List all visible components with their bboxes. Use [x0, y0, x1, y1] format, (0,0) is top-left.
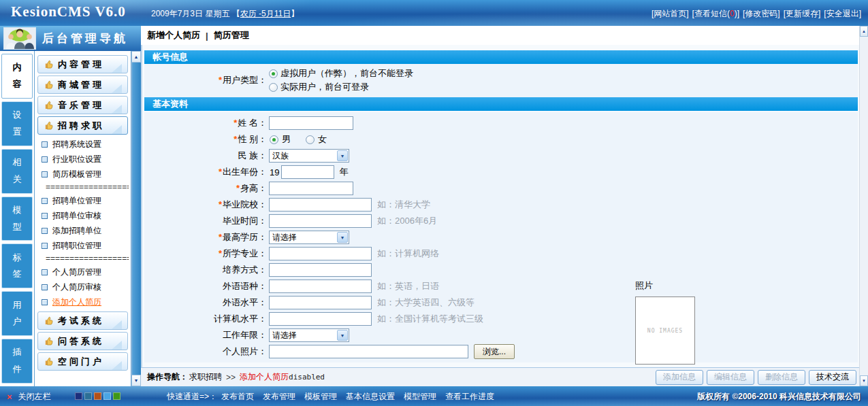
- topbar-link[interactable]: [查看短信(0)]: [692, 9, 739, 18]
- chevron-down-icon[interactable]: ▼: [337, 150, 348, 161]
- sidebar-tab[interactable]: 相关: [1, 149, 33, 194]
- scrollbar-thumb[interactable]: [131, 63, 141, 375]
- select-box[interactable]: 汉族▼: [269, 149, 349, 163]
- radio-icon[interactable]: [269, 83, 278, 92]
- label-text: 民 族: [238, 150, 258, 160]
- opbar-button[interactable]: 删除信息: [758, 370, 805, 385]
- sidebar-item[interactable]: 招聘单位管理: [37, 193, 129, 208]
- sidebar-item[interactable]: 个人简历审核: [37, 280, 129, 294]
- sidebar-tab[interactable]: 内容: [1, 54, 33, 99]
- quick-link[interactable]: 发布首页: [221, 392, 254, 401]
- chevron-down-icon[interactable]: ▼: [337, 330, 348, 341]
- opbar-button[interactable]: 编辑信息: [707, 370, 754, 385]
- main-scroll-up-button[interactable]: ▲: [860, 26, 868, 37]
- quick-link[interactable]: 发布管理: [263, 392, 295, 401]
- form-row: 毕业时间：如：2006年6月: [144, 213, 858, 229]
- no-image-text: NO IMAGES: [647, 328, 683, 334]
- text-input[interactable]: [269, 247, 372, 260]
- operation-bar: 操作导航： 求职招聘 >> 添加个人简历 disabled 添加信息编辑信息删除…: [141, 367, 859, 386]
- radio-icon[interactable]: [306, 135, 315, 144]
- chevron-down-icon[interactable]: ▼: [337, 232, 348, 243]
- close-left-panel[interactable]: × 关闭左栏: [7, 391, 51, 403]
- copyright-text: 版权所有 ©2006-2010 科兴信息技术有限公司: [697, 391, 861, 403]
- sidebar-menu-button[interactable]: 考试系统: [37, 311, 128, 330]
- sidebar-scrollbar[interactable]: ▲ ▼: [131, 51, 141, 386]
- text-input[interactable]: [269, 280, 372, 293]
- quick-channel: 快速通道=>：发布首页发布管理模板管理基本信息设置模型管理查看工作进度: [167, 391, 503, 403]
- topbar-link[interactable]: [更新缓存]: [784, 9, 821, 18]
- topbar-link[interactable]: [安全退出]: [824, 9, 861, 18]
- sidebar-item[interactable]: 招聘系统设置: [37, 137, 129, 152]
- main-scroll-down-button[interactable]: ▼: [860, 375, 868, 386]
- main-scrollbar[interactable]: ▲ ▼: [859, 26, 868, 386]
- palette-square[interactable]: [103, 392, 111, 400]
- quick-link[interactable]: 基本信息设置: [346, 392, 395, 401]
- browse-button[interactable]: 浏览...: [474, 344, 515, 359]
- text-input[interactable]: [269, 312, 372, 326]
- bullet-icon: [42, 284, 48, 290]
- sidebar-tab[interactable]: 模型: [1, 197, 33, 241]
- tab-resume-management[interactable]: 简历管理: [214, 29, 249, 41]
- sidebar-tab[interactable]: 设置: [1, 101, 33, 146]
- text-input[interactable]: [269, 182, 353, 195]
- palette-square[interactable]: [84, 392, 92, 400]
- tab-add-resume[interactable]: 新增个人简历: [147, 29, 200, 41]
- label-colon: ：: [258, 216, 267, 226]
- file-path-input[interactable]: [269, 345, 468, 358]
- sidebar-tab[interactable]: 用户: [1, 291, 33, 336]
- year-input[interactable]: [281, 165, 334, 179]
- scroll-down-button[interactable]: ▼: [131, 375, 141, 386]
- topbar-link[interactable]: [网站首页]: [652, 9, 689, 18]
- sidebar-menu-button[interactable]: 问答系统: [37, 332, 128, 350]
- sidebar-menu-list: 招聘系统设置行业职位设置简历模板管理===================招聘单…: [37, 137, 129, 309]
- quick-link[interactable]: 模型管理: [404, 392, 436, 401]
- text-input[interactable]: [269, 214, 372, 228]
- required-mark: *: [219, 199, 222, 209]
- radio-icon[interactable]: [269, 69, 278, 78]
- palette-square[interactable]: [113, 392, 120, 400]
- text-input[interactable]: [269, 198, 372, 212]
- opbar-button[interactable]: 技术交流: [809, 370, 856, 385]
- main-scrollbar-track[interactable]: [860, 37, 868, 375]
- label-text: 所学专业: [223, 248, 258, 258]
- select-box[interactable]: 请选择▼: [269, 328, 349, 342]
- sidebar-item[interactable]: 简历模板管理: [37, 167, 129, 182]
- label-colon: ：: [258, 150, 267, 160]
- radio-icon[interactable]: [270, 135, 278, 144]
- text-input[interactable]: [269, 263, 372, 277]
- bullet-icon: [42, 228, 48, 234]
- sidebar-item[interactable]: 添加个人简历: [37, 294, 129, 309]
- sidebar-item[interactable]: 行业职位设置: [37, 152, 129, 167]
- sidebar-tab-label: 相关: [12, 154, 22, 188]
- user-type-row: *用户类型： 虚拟用户（作弊），前台不能登录实际用户，前台可登录: [144, 67, 858, 94]
- quick-link[interactable]: 查看工作进度: [445, 392, 494, 401]
- bullet-icon: [42, 269, 48, 275]
- quick-link[interactable]: 模板管理: [304, 392, 337, 401]
- sidebar-item[interactable]: 招聘职位管理: [37, 238, 129, 253]
- palette-square[interactable]: [94, 392, 101, 400]
- lunar-date-link[interactable]: 农历 -5月11日: [240, 9, 291, 18]
- sidebar-item[interactable]: 招聘单位审核: [37, 208, 129, 223]
- opbar-button[interactable]: 添加信息: [656, 370, 703, 385]
- sidebar-item[interactable]: 个人简历管理: [37, 265, 129, 280]
- sidebar-menu-button[interactable]: 招聘求职: [37, 116, 128, 135]
- sidebar-item[interactable]: 添加招聘单位: [37, 223, 129, 238]
- palette-square[interactable]: [75, 392, 82, 400]
- sidebar-menu-button[interactable]: 商城管理: [37, 75, 128, 94]
- sidebar-tab[interactable]: 标签: [1, 243, 33, 288]
- text-input[interactable]: [269, 116, 353, 130]
- date-text: 2009年7月3日 星期五: [151, 9, 229, 18]
- sidebar-tab[interactable]: 插件: [1, 339, 33, 384]
- sidebar-menu-button[interactable]: 内容管理: [37, 55, 128, 73]
- field-label: *所学专业：: [144, 248, 267, 260]
- radio-option[interactable]: 虚拟用户（作弊），前台不能登录: [269, 67, 413, 80]
- scroll-up-button[interactable]: ▲: [131, 51, 141, 63]
- opbar-current-link[interactable]: 添加个人简历: [240, 371, 289, 383]
- sidebar-menu-button[interactable]: 空间门户: [37, 352, 128, 371]
- close-icon[interactable]: ×: [7, 392, 12, 402]
- radio-option[interactable]: 实际用户，前台可登录: [269, 81, 413, 93]
- topbar-link[interactable]: [修改密码]: [743, 9, 780, 18]
- sidebar-menu-button[interactable]: 音乐管理: [37, 96, 128, 114]
- select-box[interactable]: 请选择▼: [269, 231, 349, 244]
- text-input[interactable]: [269, 296, 372, 309]
